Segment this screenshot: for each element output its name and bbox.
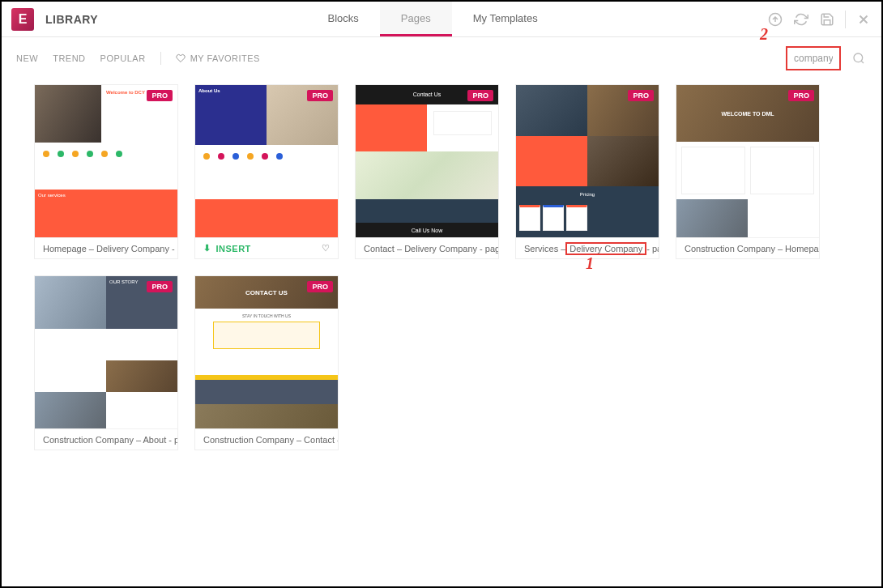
template-thumbnail: PRO OUR STORY	[35, 276, 177, 428]
pro-badge: PRO	[467, 90, 493, 101]
template-thumbnail: PRO CONTACT US STAY IN TOUCH WITH US	[195, 276, 338, 428]
header-tabs: Blocks Pages My Templates	[307, 2, 559, 36]
library-title: LIBRARY	[45, 13, 98, 26]
template-thumbnail: PRO Pricing	[516, 85, 659, 237]
svg-point-1	[854, 53, 863, 62]
heart-icon	[176, 53, 186, 63]
template-thumbnail: PRO WELCOME TO DML	[676, 85, 819, 237]
upload-icon[interactable]	[767, 11, 783, 28]
close-icon[interactable]	[855, 11, 872, 28]
search-highlight-box	[786, 46, 841, 70]
filter-new[interactable]: NEW	[16, 53, 38, 63]
pro-badge: PRO	[147, 281, 173, 292]
template-card[interactable]: PRO Pricing Services – Delivery Company …	[515, 84, 659, 259]
search-icon[interactable]	[851, 50, 867, 66]
template-title: Homepage – Delivery Company - p...	[35, 237, 177, 258]
header-actions	[767, 11, 872, 28]
annotation-2: 2	[760, 25, 768, 44]
tab-my-templates[interactable]: My Templates	[452, 2, 559, 36]
template-card[interactable]: PRO Contact Us Call Us Now Contact – Del…	[355, 84, 499, 259]
pro-badge: PRO	[307, 281, 333, 292]
template-title: Contact – Delivery Company - page	[356, 237, 498, 258]
template-title: Construction Company – About - p...	[35, 428, 177, 450]
insert-button[interactable]: ⬇ INSERT ♡	[195, 237, 338, 258]
insert-label: INSERT	[216, 244, 251, 254]
template-card[interactable]: PRO WELCOME TO DML Construction Company …	[676, 84, 820, 259]
template-thumbnail: PRO Contact Us Call Us Now	[356, 85, 498, 237]
template-card[interactable]: PRO OUR STORY Construction Company – Abo…	[34, 275, 178, 450]
search-wrap: 2	[786, 46, 867, 70]
filter-favorites[interactable]: MY FAVORITES	[176, 53, 260, 63]
filter-bar: NEW TREND POPULAR MY FAVORITES 2	[2, 37, 881, 79]
pro-badge: PRO	[307, 90, 333, 101]
filter-divider	[160, 52, 161, 65]
template-thumbnail: PRO About Us	[195, 85, 338, 237]
save-icon[interactable]	[819, 11, 835, 28]
annotation-1: 1	[586, 254, 594, 273]
filter-trend[interactable]: TREND	[53, 53, 85, 63]
library-header: E LIBRARY Blocks Pages My Templates	[2, 2, 881, 37]
elementor-logo-icon: E	[11, 8, 34, 31]
tab-pages[interactable]: Pages	[380, 2, 452, 36]
favorites-label: MY FAVORITES	[190, 53, 260, 63]
sync-icon[interactable]	[793, 11, 809, 28]
highlight-box-1: Delivery Company	[565, 242, 646, 255]
tab-blocks[interactable]: Blocks	[307, 2, 380, 36]
template-card[interactable]: PRO About Us ⬇ INSERT ♡	[194, 84, 339, 259]
template-card[interactable]: PRO CONTACT US STAY IN TOUCH WITH US Con…	[194, 275, 339, 450]
template-card[interactable]: PRO Welcome to DCY Our services Homepage…	[34, 84, 178, 259]
pro-badge: PRO	[628, 90, 654, 101]
template-thumbnail: PRO Welcome to DCY Our services	[35, 85, 177, 237]
template-title: Construction Company – Contact - ...	[195, 428, 338, 450]
pro-badge: PRO	[147, 90, 173, 101]
template-title: Construction Company – Homepa...	[676, 237, 819, 258]
templates-grid: PRO Welcome to DCY Our services Homepage…	[2, 79, 881, 455]
pro-badge: PRO	[788, 90, 814, 101]
filter-popular[interactable]: POPULAR	[100, 53, 146, 63]
search-input[interactable]	[791, 49, 836, 67]
header-divider	[845, 11, 846, 28]
download-icon: ⬇	[203, 243, 211, 254]
favorite-toggle-icon[interactable]: ♡	[322, 243, 331, 254]
